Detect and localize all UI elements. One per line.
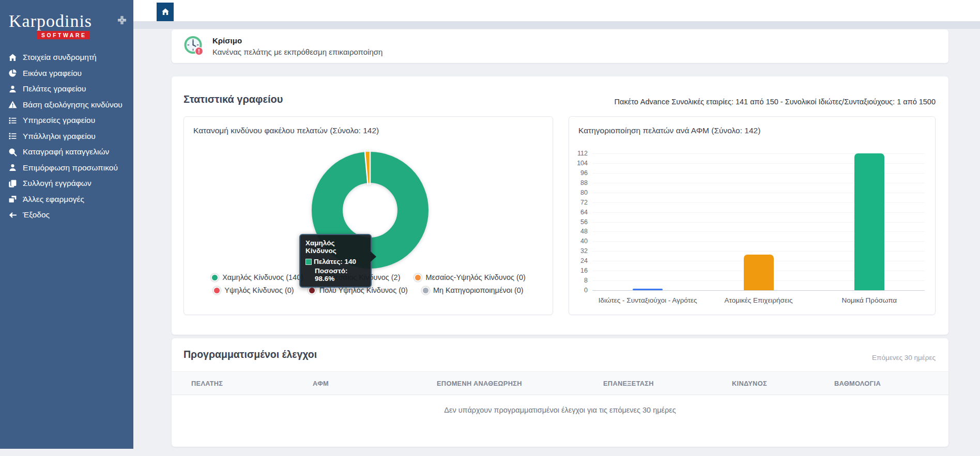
y-axis-tick: 112 xyxy=(569,150,588,157)
y-axis-tick: 72 xyxy=(569,199,588,206)
legend-marker xyxy=(422,287,430,294)
legend-item[interactable]: Υψηλός Κίνδυνος (0) xyxy=(213,286,294,294)
column-header: ΚΙΝΔΥΝΟΣ xyxy=(732,380,834,387)
legend-marker xyxy=(213,287,221,294)
sidebar-item[interactable]: Στοιχεία συνδρομητή xyxy=(0,50,133,66)
y-axis-tick: 8 xyxy=(569,277,588,284)
warning-icon xyxy=(8,100,17,109)
home-icon xyxy=(8,53,17,62)
sidebar-item[interactable]: Πελάτες γραφείου xyxy=(0,81,133,97)
y-axis-tick: 64 xyxy=(569,209,588,216)
app-logo[interactable]: Karpodinis SOFTWARE xyxy=(9,12,92,39)
svg-text:!: ! xyxy=(198,48,200,54)
legend-label: Μη Κατηγοριοποιημένοι (0) xyxy=(433,286,524,294)
legend-item[interactable]: Μη Κατηγοριοποιημένοι (0) xyxy=(422,286,524,294)
exit-icon xyxy=(8,211,17,219)
column-header: ΠΕΛΑΤΗΣ xyxy=(191,380,313,387)
legend-item[interactable]: Μεσαίος-Υψηλός Κίνδυνος (0) xyxy=(414,273,525,281)
sidebar-item[interactable]: Βάση αξιολόγησης κινδύνου xyxy=(0,97,133,113)
x-axis-label: Ατομικές Επιχειρήσεις xyxy=(699,296,818,304)
column-header: ΕΠΟΜΕΝΗ ΑΝΑΘΕΩΡΗΣΗ xyxy=(437,380,603,387)
sidebar-item[interactable]: Συλλογή εγγράφων xyxy=(0,176,133,192)
search-icon xyxy=(8,148,17,156)
sidebar-item-label: Καταγραφή καταγγελιών xyxy=(23,147,109,156)
scheduled-checks-heading: Προγραμματισμένοι έλεγχοι xyxy=(183,349,317,360)
apps-icon xyxy=(8,195,17,203)
sidebar-item[interactable]: Επιμόρφωση προσωπικού xyxy=(0,160,133,176)
risk-distribution-panel: Κατανομή κινδύνου φακέλου πελατών (Σύνολ… xyxy=(183,116,553,315)
sidebar-collapse-icon[interactable] xyxy=(117,15,127,25)
topbar-divider xyxy=(133,21,980,29)
sidebar-item-label: Έξοδος xyxy=(23,210,50,219)
sidebar-item-label: Επιμόρφωση προσωπικού xyxy=(23,163,118,172)
y-axis-tick: 40 xyxy=(569,238,588,245)
scheduled-checks-card: Προγραμματισμένοι έλεγχοι Επόμενες 30 ημ… xyxy=(172,338,948,447)
column-header: ΑΦΜ xyxy=(313,380,437,387)
x-axis-label: Νομικά Πρόσωπα xyxy=(810,296,929,304)
tooltip-percent-value: Ποσοστό: 98.6% xyxy=(315,267,365,282)
legend-marker xyxy=(211,274,219,281)
bar-2[interactable] xyxy=(744,255,774,290)
sidebar-item[interactable]: Έξοδος xyxy=(0,207,133,223)
sidebar-menu: Στοιχεία συνδρομητήΕικόνα γραφείουΠελάτε… xyxy=(0,50,133,223)
tasks-icon xyxy=(8,116,17,125)
sidebar-item-label: Υπηρεσίες γραφείου xyxy=(23,116,95,125)
topbar xyxy=(133,0,980,21)
sidebar-item-label: Άλλες εφαρμογές xyxy=(23,195,84,204)
y-axis-tick: 88 xyxy=(569,179,588,186)
y-axis-tick: 56 xyxy=(569,218,588,226)
column-header: ΕΠΑΝΕΞΕΤΑΣΗ xyxy=(603,380,732,387)
donut-chart-title: Κατανομή κινδύνου φακέλου πελατών (Σύνολ… xyxy=(193,126,379,135)
office-statistics-card: Στατιστικά γραφείου Πακέτο Advance Συνολ… xyxy=(172,76,948,335)
sidebar-item[interactable]: Εικόνα γραφείου xyxy=(0,66,133,82)
logo-badge: SOFTWARE xyxy=(37,31,89,39)
y-axis-tick: 16 xyxy=(569,267,588,274)
critical-alert-card: ! Κρίσιμο Κανένας πελάτης με εκπρόθεσμη … xyxy=(172,29,948,63)
user-icon xyxy=(8,85,17,93)
overdue-clock-icon: ! xyxy=(183,35,205,57)
y-axis-tick: 48 xyxy=(569,228,588,235)
documents-icon xyxy=(8,179,17,188)
scheduled-range-label: Επόμενες 30 ημέρες xyxy=(872,354,936,361)
bar-3[interactable] xyxy=(854,153,884,290)
tab-home[interactable] xyxy=(157,3,174,21)
tooltip-customers-value: Πελάτες: 140 xyxy=(314,258,356,265)
afm-categorization-panel: Κατηγοριοποίηση πελατών ανά ΑΦΜ (Σύνολο:… xyxy=(569,116,936,315)
sidebar-item-label: Εικόνα γραφείου xyxy=(23,69,82,78)
legend-label: Υψηλός Κίνδυνος (0) xyxy=(224,286,294,294)
scheduled-empty-message: Δεν υπάρχουν προγραμματισμένοι έλεγχοι γ… xyxy=(172,406,948,414)
legend-label: Χαμηλός Κίνδυνος (140) xyxy=(222,273,303,281)
legend-item[interactable]: Χαμηλός Κίνδυνος (140) xyxy=(211,273,303,281)
scheduled-table-header: ΠΕΛΑΤΗΣΑΦΜΕΠΟΜΕΝΗ ΑΝΑΘΕΩΡΗΣΗΕΠΑΝΕΞΕΤΑΣΗΚ… xyxy=(172,371,948,395)
sidebar-item-label: Βάση αξιολόγησης κινδύνου xyxy=(23,100,122,109)
legend-marker xyxy=(414,274,422,281)
bar-1[interactable] xyxy=(633,289,663,290)
column-header: ΒΑΘΜΟΛΟΓΙΑ xyxy=(834,380,948,387)
sidebar-item-label: Πελάτες γραφείου xyxy=(23,84,86,93)
package-summary-text: Πακέτο Advance Συνολικές εταιρίες: 141 α… xyxy=(615,98,936,106)
alert-message: Κανένας πελάτης με εκπρόθεσμη επικαιροπο… xyxy=(212,48,382,56)
tasks-icon xyxy=(8,132,17,140)
grid-line xyxy=(592,290,925,291)
sidebar-item[interactable]: Υπάλληλοι γραφείου xyxy=(0,129,133,145)
sidebar-item[interactable]: Καταγραφή καταγγελιών xyxy=(0,144,133,160)
tooltip-series-marker xyxy=(305,259,312,265)
pie-chart-icon xyxy=(8,69,17,77)
legend-label: Μεσαίος-Υψηλός Κίνδυνος (0) xyxy=(425,273,525,281)
sidebar-item[interactable]: Υπηρεσίες γραφείου xyxy=(0,113,133,129)
y-axis-tick: 32 xyxy=(569,247,588,255)
sidebar-item-label: Συλλογή εγγράφων xyxy=(23,179,91,188)
chart-tooltip: Χαμηλός Κίνδυνος Πελάτες: 140 Ποσοστό: 9… xyxy=(299,234,372,288)
y-axis-tick: 80 xyxy=(569,189,588,196)
sidebar: Karpodinis SOFTWARE Στοιχεία συνδρομητήΕ… xyxy=(0,0,133,449)
sidebar-item-label: Υπάλληλοι γραφείου xyxy=(23,132,96,141)
sidebar-item[interactable]: Άλλες εφαρμογές xyxy=(0,192,133,208)
alert-title: Κρίσιμο xyxy=(212,36,382,45)
y-axis-tick: 24 xyxy=(569,257,588,264)
tooltip-title: Χαμηλός Κίνδυνος xyxy=(305,239,365,255)
dashboard-screen: Karpodinis SOFTWARE Στοιχεία συνδρομητήΕ… xyxy=(0,0,980,456)
y-axis-tick: 0 xyxy=(569,287,588,294)
bar-chart-title: Κατηγοριοποίηση πελατών ανά ΑΦΜ (Σύνολο:… xyxy=(578,126,760,135)
user-icon xyxy=(8,163,17,172)
statistics-heading: Στατιστικά γραφείου xyxy=(183,93,283,105)
